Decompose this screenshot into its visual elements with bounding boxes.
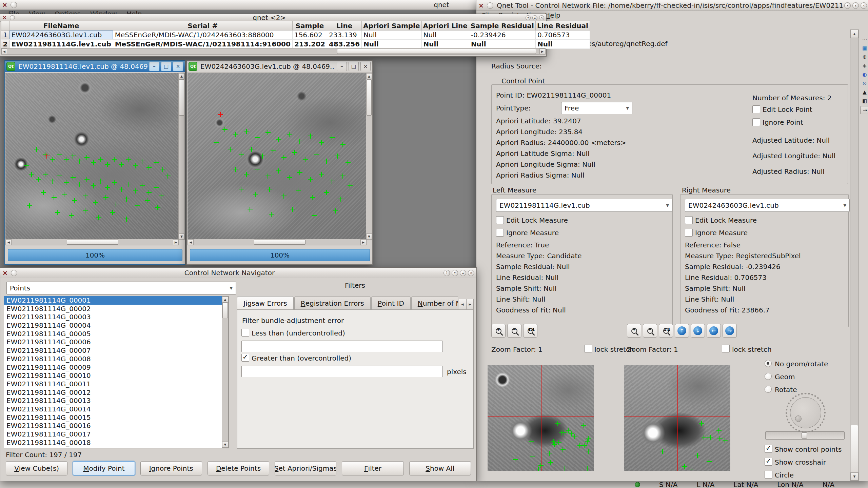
scroll-left-icon[interactable]: ◀ <box>6 239 12 245</box>
stats-tool-icon[interactable]: ▲ <box>860 88 868 96</box>
window-menu-button[interactable] <box>487 2 493 9</box>
left-lock-stretch-checkbox[interactable] <box>584 345 592 352</box>
button-delete-points[interactable]: Delete Points <box>208 461 269 475</box>
point-list-item[interactable]: EW0211981114G_00006 <box>4 338 229 346</box>
hscroll-thumb[interactable] <box>67 240 118 245</box>
point-list-item[interactable]: EW0211981114G_00004 <box>4 321 229 330</box>
point-list-item[interactable]: EW0211981114G_00018 <box>4 439 229 447</box>
scroll-down-icon[interactable]: ▼ <box>366 233 372 239</box>
show-control-points-checkbox[interactable] <box>765 445 772 453</box>
minimize-icon[interactable]: ▾ <box>452 270 458 276</box>
left-edit-lock-measure-checkbox[interactable] <box>496 216 504 224</box>
zoom-in-button[interactable]: + <box>491 324 506 338</box>
advanced-track-tool-icon[interactable]: → <box>860 106 868 114</box>
left-measure-chip[interactable] <box>488 365 594 471</box>
column-header[interactable]: Sample Residual <box>469 21 535 30</box>
minimize-icon[interactable]: – <box>337 62 347 71</box>
zoom-out-button[interactable]: − <box>643 324 657 338</box>
less-than-input[interactable] <box>241 341 443 352</box>
table-cell[interactable]: 213.202 <box>292 40 327 49</box>
viewer-left-zoom-button[interactable]: 100% <box>8 249 182 261</box>
close-icon[interactable]: × <box>173 62 183 71</box>
tab-registration-errors[interactable]: Registration Errors <box>294 296 371 310</box>
scroll-down-icon[interactable]: ▼ <box>850 472 859 481</box>
table-cell[interactable]: Null <box>535 40 590 49</box>
minimize-icon[interactable]: – <box>149 62 159 71</box>
tab-jigsaw-errors[interactable]: Jigsaw Errors <box>237 296 294 310</box>
viewer-right-vscrollbar[interactable]: ▲ ▼ <box>366 73 372 240</box>
point-list-item[interactable]: EW0211981114G_00015 <box>4 413 229 422</box>
tab-number-of-mea[interactable]: Number of Mea <box>411 296 458 310</box>
table-cell[interactable]: -0.239426 <box>469 30 535 40</box>
minimize-icon[interactable]: ▾ <box>844 2 851 9</box>
maximize-icon[interactable]: ▴ <box>852 2 859 9</box>
geom-radio[interactable] <box>765 373 772 380</box>
qnet-tool-title-bar[interactable]: × Qnet Tool - Control Network File: /hom… <box>476 0 868 11</box>
ignore-point-checkbox[interactable] <box>752 118 760 126</box>
table-cell[interactable]: 483.256 <box>327 40 362 49</box>
column-header[interactable]: Line <box>327 21 362 30</box>
point-list-item[interactable]: EW0211981114G_00002 <box>4 305 229 313</box>
rotate-radio[interactable] <box>765 386 772 393</box>
scroll-right-icon[interactable]: ▶ <box>360 239 366 245</box>
point-list-item[interactable]: EW0211981114G_00016 <box>4 422 229 430</box>
point-list-item[interactable]: EW0211981114G_00013 <box>4 396 229 405</box>
hscroll-thumb[interactable] <box>337 49 536 54</box>
button-filter[interactable]: Filter <box>342 461 403 475</box>
viewer-right-title-bar[interactable]: Qt EW0242463603G.lev1.cub @ 48.0469... –… <box>187 61 372 73</box>
table-hscrollbar[interactable]: ◀ ▶ <box>1 48 546 55</box>
point-list-item[interactable]: EW0211981114G_00010 <box>4 371 229 380</box>
zoom-1to1-button[interactable]: 1:1 <box>659 324 673 338</box>
button-show-all[interactable]: Show All <box>409 461 471 475</box>
viewer-left-image[interactable] <box>5 73 178 239</box>
menu-help[interactable]: Help <box>545 11 560 19</box>
left-cube-select[interactable]: EW0211981114G.lev1.cub ▼ <box>496 199 672 212</box>
greater-than-input[interactable] <box>241 366 443 377</box>
table-cell[interactable]: Null <box>421 30 469 40</box>
tab-scroll-right-icon[interactable]: ▶ <box>466 299 474 310</box>
move-right-button[interactable]: → <box>723 324 737 338</box>
scroll-down-icon[interactable]: ▼ <box>179 233 184 239</box>
close-icon[interactable]: × <box>539 15 544 20</box>
viewer-left-vscrollbar[interactable]: ▲ ▼ <box>178 73 185 240</box>
point-list-item[interactable]: EW0211981114G_00008 <box>4 355 229 363</box>
button-set-apriori-sigmas[interactable]: Set Apriori/Sigmas <box>275 461 336 475</box>
blink-tool-icon[interactable]: ◧ <box>860 97 868 105</box>
right-cube-select[interactable]: EW0242463603G.lev1.cub ▼ <box>685 199 850 212</box>
table-cell[interactable]: EW0211981114G.lev1.cub <box>9 40 113 49</box>
table-cell[interactable]: Null <box>421 40 469 49</box>
window-menu-button[interactable] <box>10 15 15 20</box>
vscroll-thumb[interactable] <box>179 79 184 116</box>
point-type-select[interactable]: Free ▼ <box>561 102 632 114</box>
cubes-icon[interactable]: ▣ <box>860 44 868 52</box>
navigator-title-bar[interactable]: × Control Network Navigator ? ▾ ▴ × <box>0 268 476 278</box>
scroll-left-icon[interactable]: ◀ <box>188 239 194 245</box>
maximize-icon[interactable]: □ <box>161 62 171 71</box>
show-crosshair-checkbox[interactable] <box>765 458 772 466</box>
close-icon[interactable]: × <box>468 270 474 276</box>
minimize-icon[interactable]: ▾ <box>526 15 531 20</box>
scroll-up-icon[interactable]: ▲ <box>179 73 184 79</box>
point-list-item[interactable]: EW0211981114G_00001 <box>4 296 229 305</box>
viewer-right-zoom-button[interactable]: 100% <box>190 249 370 261</box>
circle-checkbox[interactable] <box>765 471 772 479</box>
table-cell[interactable]: Null <box>362 30 421 40</box>
column-header[interactable]: Apriori Sample <box>362 21 421 30</box>
point-list-item[interactable]: EW0211981114G_00012 <box>4 388 229 397</box>
points-list[interactable]: EW0211981114G_00001EW0211981114G_00002EW… <box>4 296 229 448</box>
vscroll-thumb[interactable] <box>222 303 228 318</box>
hscroll-thumb[interactable] <box>254 240 305 245</box>
maximize-icon[interactable]: ▴ <box>532 15 537 20</box>
button-ignore-points[interactable]: Ignore Points <box>140 461 202 475</box>
point-list-item[interactable]: EW0211981114G_00011 <box>4 380 229 388</box>
column-header[interactable]: FileName <box>9 21 113 30</box>
point-list-item[interactable]: EW0211981114G_00005 <box>4 330 229 338</box>
zoom-tool-icon[interactable]: ⊕ <box>860 53 868 61</box>
close-icon[interactable]: × <box>861 2 867 9</box>
table-cell[interactable]: 156.602 <box>292 30 327 40</box>
viewer-left-title-bar[interactable]: Qt EW0211981114G.lev1.cub @ 48.0469... –… <box>5 61 185 72</box>
column-header[interactable]: Apriori Line <box>421 21 469 30</box>
zoom-in-button[interactable]: + <box>627 324 641 338</box>
viewer-left-hscrollbar[interactable]: ◀ ▶ <box>5 239 179 245</box>
edit-lock-point-checkbox[interactable] <box>752 105 760 113</box>
